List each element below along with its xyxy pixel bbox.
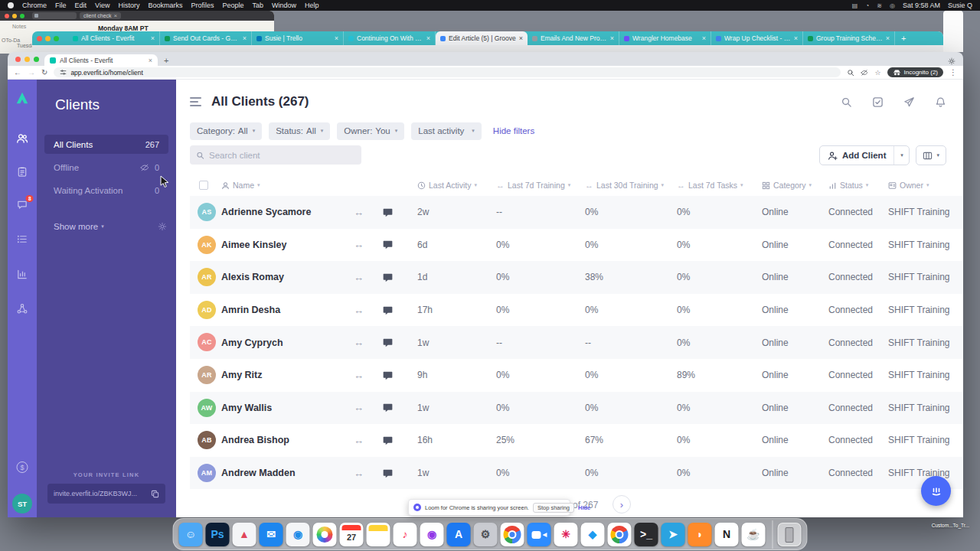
browser-tab[interactable]: Wrangler Homebase × bbox=[619, 31, 711, 45]
dock-app-icon[interactable] bbox=[608, 523, 632, 546]
client-name[interactable]: Alexis Romay bbox=[221, 261, 284, 294]
column-last-30d-training[interactable]: ↔ Last 30d Training▾ bbox=[585, 174, 664, 196]
copy-icon[interactable] bbox=[151, 490, 159, 498]
assign-icon[interactable]: ↔ bbox=[354, 392, 364, 425]
close-window-button[interactable] bbox=[15, 57, 21, 62]
invite-link-field[interactable]: invite.everfit.io/ZBKB3WJ... bbox=[47, 484, 165, 504]
back-button[interactable]: ← bbox=[14, 69, 21, 77]
menu-item[interactable]: Profiles bbox=[191, 2, 214, 9]
dock-app-icon[interactable]: ✳ bbox=[554, 523, 578, 546]
assign-icon[interactable]: ↔ bbox=[354, 424, 364, 457]
column-name[interactable]: Name▾ bbox=[221, 174, 260, 196]
menu-item[interactable]: View bbox=[95, 2, 109, 9]
browser-tab[interactable]: Send Out Cards - Google Shee × bbox=[160, 31, 252, 45]
dock-app-icon[interactable]: >_ bbox=[635, 523, 658, 546]
zoom-window-button[interactable] bbox=[54, 36, 59, 41]
search-input[interactable] bbox=[209, 151, 355, 160]
minimize-window-button[interactable] bbox=[24, 57, 30, 62]
dock-app-icon[interactable]: ◉ bbox=[286, 523, 310, 546]
launch-icon[interactable] bbox=[903, 96, 915, 108]
menu-status-icon[interactable]: ▤ bbox=[852, 2, 858, 9]
menu-item[interactable]: Chrome bbox=[22, 2, 47, 9]
settings-gear-icon[interactable] bbox=[158, 222, 167, 231]
tab-close-icon[interactable]: × bbox=[426, 34, 430, 42]
hide-filters-link[interactable]: Hide filters bbox=[493, 126, 534, 135]
dock-app-icon[interactable]: ♪ bbox=[394, 523, 417, 546]
assign-icon[interactable]: ↔ bbox=[354, 196, 364, 229]
tab-close-icon[interactable]: × bbox=[151, 34, 155, 42]
menu-item[interactable]: Help bbox=[305, 2, 319, 9]
dock-app-icon[interactable]: A bbox=[447, 523, 471, 546]
client-row[interactable]: AD Amrin Desha ↔ 17h 0% 0% 0% Online Con… bbox=[190, 294, 963, 327]
filter-pill[interactable]: Last activity ▾ bbox=[411, 122, 482, 140]
menu-item[interactable]: Window bbox=[272, 2, 296, 9]
dock-app-icon[interactable]: ☺ bbox=[179, 523, 203, 546]
everfit-logo[interactable] bbox=[15, 91, 30, 106]
assign-icon[interactable]: ↔ bbox=[354, 294, 364, 327]
message-icon[interactable] bbox=[383, 457, 393, 490]
column-last-7d-training[interactable]: ↔ Last 7d Training▾ bbox=[496, 174, 570, 196]
client-name[interactable]: Adrienne Sycamore bbox=[221, 196, 311, 229]
browser-tab[interactable]: Wrap Up Checklist - Google D × bbox=[711, 31, 803, 45]
tab-close-icon[interactable]: × bbox=[149, 57, 152, 64]
browser-tab[interactable]: Group Training Schedule - Goo × bbox=[803, 31, 895, 45]
message-icon[interactable] bbox=[383, 392, 393, 425]
message-icon[interactable] bbox=[383, 261, 393, 294]
dock-app-icon[interactable]: ➤ bbox=[662, 523, 685, 546]
assign-icon[interactable]: ↔ bbox=[354, 457, 364, 490]
new-tab-button[interactable]: + bbox=[901, 34, 906, 43]
apple-menu-icon[interactable] bbox=[8, 2, 14, 8]
stop-sharing-button[interactable]: Stop sharing bbox=[533, 503, 574, 513]
eye-off-icon[interactable] bbox=[861, 69, 868, 77]
new-tab-button[interactable]: + bbox=[164, 56, 168, 65]
assign-icon[interactable]: ↔ bbox=[354, 326, 364, 359]
assign-icon[interactable]: ↔ bbox=[354, 359, 364, 392]
forward-button[interactable]: → bbox=[28, 69, 35, 77]
dock-app-icon[interactable]: ◗ bbox=[688, 523, 712, 546]
client-row[interactable]: AR Alexis Romay ↔ 1d 0% 38% 0% Online Co… bbox=[190, 261, 963, 294]
assign-icon[interactable]: ↔ bbox=[354, 229, 364, 262]
column-last-activity[interactable]: Last Activity▾ bbox=[417, 174, 477, 196]
search-icon[interactable] bbox=[841, 96, 852, 108]
browser-menu-icon[interactable]: ⋮ bbox=[949, 68, 957, 77]
dock-app-icon[interactable] bbox=[528, 523, 551, 546]
add-client-button[interactable]: Add Client ▾ bbox=[819, 145, 910, 165]
message-icon[interactable] bbox=[383, 326, 393, 359]
minimize-window-button[interactable] bbox=[12, 14, 17, 18]
sidebar-item[interactable]: Waiting Activation 0 bbox=[44, 181, 168, 200]
menu-status-icon[interactable]: ≋ bbox=[877, 2, 882, 9]
client-row[interactable]: AM Andrew Madden ↔ 1w 0% 0% 0% Online Co… bbox=[190, 457, 963, 490]
sidebar-item[interactable]: All Clients 267 bbox=[44, 135, 168, 154]
filter-pill[interactable]: Status: All ▾ bbox=[269, 122, 330, 140]
menu-item[interactable]: Edit bbox=[75, 2, 87, 9]
bookmark-star-icon[interactable]: ☆ bbox=[874, 69, 880, 77]
tab-close-icon[interactable]: × bbox=[886, 34, 890, 42]
client-name[interactable]: Aimee Kinsley bbox=[221, 229, 286, 262]
browser-tab-active[interactable]: All Clients - Everfit × bbox=[44, 54, 158, 66]
menu-status-icon[interactable]: ◔ bbox=[865, 2, 869, 9]
nav-payments-icon[interactable]: $ bbox=[17, 461, 28, 473]
nav-metrics-icon[interactable] bbox=[17, 269, 28, 280]
dock-app-icon[interactable] bbox=[501, 523, 524, 546]
zoom-window-button[interactable] bbox=[34, 57, 39, 62]
menu-item[interactable]: Bookmarks bbox=[148, 2, 182, 9]
show-more[interactable]: Show more ▾ bbox=[54, 222, 167, 231]
dock-app-icon[interactable] bbox=[313, 523, 337, 546]
menu-user[interactable]: Susie Q bbox=[948, 2, 972, 9]
menu-status-icon[interactable]: ◎ bbox=[890, 2, 895, 9]
message-icon[interactable] bbox=[383, 229, 393, 262]
tasks-icon[interactable] bbox=[872, 96, 884, 108]
tab-close-icon[interactable]: × bbox=[519, 34, 523, 42]
assign-icon[interactable]: ↔ bbox=[354, 261, 364, 294]
zoom-window-button[interactable] bbox=[20, 14, 24, 18]
menu-item[interactable]: File bbox=[55, 2, 67, 9]
client-name[interactable]: Amy Wallis bbox=[221, 392, 272, 425]
filter-pill[interactable]: Category: All ▾ bbox=[190, 122, 262, 140]
nav-clients-icon[interactable] bbox=[16, 132, 28, 145]
add-client-dropdown[interactable]: ▾ bbox=[893, 146, 909, 165]
zoom-search-icon[interactable] bbox=[847, 69, 854, 77]
client-row[interactable]: AB Andrea Bishop ↔ 16h 25% 67% 0% Online bbox=[190, 424, 963, 457]
tab-strip-gear-icon[interactable] bbox=[948, 54, 956, 68]
select-all-checkbox[interactable] bbox=[199, 181, 208, 190]
client-search[interactable] bbox=[190, 145, 361, 165]
